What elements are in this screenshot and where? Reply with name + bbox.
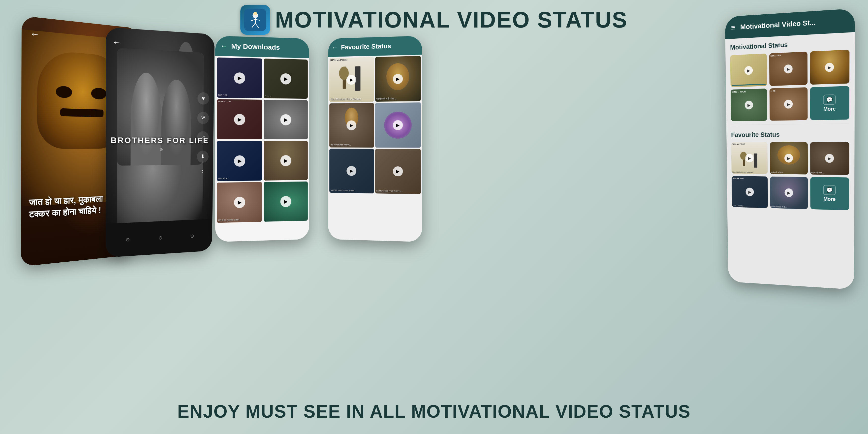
download-item[interactable]: ▶ A □□ □	[264, 59, 308, 99]
share-icon[interactable]: ↗	[197, 131, 209, 143]
play-button[interactable]: ▶	[745, 188, 754, 196]
bottom-nav: ⊙ ⊙ ⊙	[106, 219, 212, 257]
whatsapp-icon[interactable]: W	[197, 112, 209, 124]
status-item[interactable]: NO □ YES ▶	[769, 52, 807, 86]
status-item[interactable]: ▶	[810, 50, 850, 85]
back-arrow[interactable]: ←	[332, 44, 338, 51]
status-item[interactable]: MIND □ YOUR ▶	[731, 89, 767, 121]
thumb-sublabel: Rich Mindset | Poor Mindset	[331, 97, 373, 101]
favourite-item[interactable]: ▶ SOMETIMES IT IS WORTH...	[375, 149, 421, 194]
favourite-item[interactable]: ▶ कोई भी नहीं हारता जिस पर...	[329, 103, 374, 148]
bottom-tagline: Enjoy must see in all Motivational Video…	[177, 401, 691, 422]
thumb-label: THE □ M..	[218, 94, 261, 97]
favourite-status-section: Favourite Status RICH vs POOR Rich Minds…	[726, 125, 855, 213]
back-arrow[interactable]: ←	[30, 28, 40, 41]
download-item[interactable]: ▶ जात हो या, मुकाबला टक्कर	[217, 182, 262, 223]
header-title: Motivational Video Status	[275, 7, 628, 33]
favourite-item[interactable]: ▶ SOMETIMES IT IS...	[770, 177, 808, 209]
rich-poor-label: RICH vs POOR	[330, 59, 347, 62]
favourite-item[interactable]: ▶	[375, 102, 421, 148]
play-button[interactable]: ▶	[784, 188, 793, 197]
play-button[interactable]: ▶	[234, 72, 245, 84]
status-item[interactable]: ▶	[730, 54, 767, 87]
play-button[interactable]: ▶	[234, 114, 245, 125]
back-arrow[interactable]: ←	[112, 37, 122, 48]
download-item[interactable]: ▶	[264, 141, 308, 181]
download-item[interactable]: ▶ MAY FLY □	[217, 141, 262, 181]
video-title-overlay: BROTHERS FOR LIFE ⊙	[111, 136, 209, 152]
play-button[interactable]: ▶	[745, 154, 754, 162]
download-item[interactable]: ▶ THE □ M..	[217, 58, 262, 98]
downloads-header: ← My Downloads	[215, 36, 309, 58]
favourite-item[interactable]: RICH vs POOR Rich Mindset | Poor Mindset…	[329, 57, 374, 102]
section-title-favourite: Favourite Status	[731, 130, 849, 138]
favourite-item[interactable]: RICH vs POOR Rich Mindset | Poor Mindset…	[731, 142, 768, 174]
play-button[interactable]: ▶	[234, 197, 245, 208]
app-topbar-title: Motivational Video St...	[740, 18, 816, 31]
play-button[interactable]: ▶	[825, 154, 834, 163]
play-button[interactable]: ▶	[280, 73, 291, 84]
download-item[interactable]: ▶ RICH □□ YOU	[217, 99, 262, 140]
more-button-favourite[interactable]: 💬 More	[810, 177, 849, 210]
download-icon[interactable]: ⬇	[197, 151, 209, 163]
section-title-motivational: Motivational Status	[730, 38, 850, 52]
phone-my-downloads: ← My Downloads ▶ THE □ M.. ▶ A □□ □ ▶	[215, 36, 309, 242]
downloads-grid: ▶ THE □ M.. ▶ A □□ □ ▶ RICH □□ YOU	[215, 56, 309, 224]
more-label: More	[824, 106, 836, 112]
svg-point-7	[253, 12, 257, 16]
motivational-grid: ▶ NO □ YES ▶ ▶ MIND □ YOUR ▶	[730, 50, 849, 121]
more-button-motivational[interactable]: 💬 More	[810, 86, 849, 120]
play-button[interactable]: ▶	[280, 114, 291, 125]
favourite-header: ← Favourite Status	[328, 36, 422, 57]
favourite-item[interactable]: MAYBE NOT ▶ □ CUT MORE.	[732, 176, 768, 208]
play-button[interactable]: ▶	[280, 155, 291, 166]
hamburger-menu[interactable]: ≡	[731, 24, 736, 32]
play-button[interactable]: ▶	[784, 154, 793, 162]
play-button[interactable]: ▶	[280, 196, 291, 207]
section-divider	[731, 124, 849, 125]
heart-icon[interactable]: ♥	[197, 92, 209, 105]
play-button[interactable]: ▶	[234, 155, 245, 167]
favourite-grid-2: RICH vs POOR Rich Mindset | Poor Mindset…	[731, 142, 849, 210]
downloads-title: My Downloads	[231, 42, 280, 51]
app-icon	[240, 5, 270, 35]
download-item[interactable]: ▶	[264, 182, 308, 222]
bw-video-title: BROTHERS FOR LIFE	[111, 136, 209, 145]
phone-favourite-status: ← Favourite Status RICH vs POOR Rich Min…	[328, 36, 422, 242]
favourite-grid: RICH vs POOR Rich Mindset | Poor Mindset…	[328, 55, 422, 195]
motivational-status-section: Motivational Status ▶ NO □ YES ▶	[725, 32, 855, 124]
thumb-label: MAY FLY □	[218, 177, 261, 180]
video-side-actions: ♥ W ↗ ⬇ 0	[197, 92, 209, 173]
app-header: Motivational Video Status	[240, 5, 628, 35]
phone-main-screen: ≡ Motivational Video St... Motivational …	[725, 8, 855, 290]
status-item[interactable]: □ TS ▶	[770, 87, 807, 121]
favourite-item[interactable]: ▶ प्रत्येक को यही पोस्ट...	[375, 56, 421, 102]
more-label-2: More	[824, 196, 836, 202]
favourite-item[interactable]: ▶ कोई भी नहीं हारता...	[810, 142, 849, 175]
favourite-item[interactable]: ▶ प्रत्येक को यही पोस्ट...	[770, 142, 807, 175]
favourite-title: Favourite Status	[341, 42, 391, 51]
favourite-item[interactable]: ▶ MAYBE NOT □ CUT MORE.	[329, 149, 374, 193]
phone-bw-video: BROTHERS FOR LIFE ⊙ ← ♥ W ↗ ⬇ 0 ⊙ ⊙ ⊙	[106, 27, 215, 257]
download-item[interactable]: ▶	[264, 100, 308, 140]
thumb-label: A □□ □	[265, 94, 307, 98]
back-arrow[interactable]: ←	[220, 42, 228, 50]
